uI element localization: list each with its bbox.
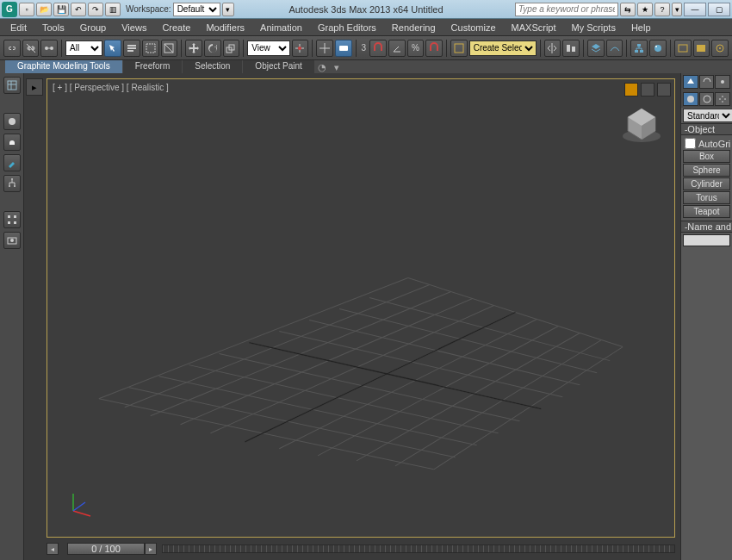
hierarchy-tool-icon[interactable]	[3, 175, 21, 192]
ribbon-tab-objectpaint[interactable]: Object Paint	[243, 60, 313, 74]
render-frame-icon[interactable]	[693, 40, 710, 57]
timeslider-handle[interactable]: 0 / 100	[67, 543, 145, 555]
paint-tool-icon[interactable]	[3, 154, 21, 171]
ribbon-tab-graphite[interactable]: Graphite Modeling Tools	[5, 60, 122, 74]
prim-torus-button[interactable]: Torus	[683, 191, 730, 204]
edit-named-sel-icon[interactable]	[450, 40, 468, 57]
snap-toggle-icon[interactable]	[369, 40, 387, 57]
app-logo-icon[interactable]: G	[2, 2, 17, 17]
ref-coord-select[interactable]: View	[247, 40, 289, 56]
menu-rendering[interactable]: Rendering	[385, 21, 443, 34]
svg-line-51	[159, 376, 477, 445]
viewport-perspective[interactable]: [ + ] [ Perspective ] [ Realistic ]	[47, 78, 675, 538]
layer-manager-icon[interactable]	[587, 40, 605, 57]
ribbon-expand-icon[interactable]: ◔	[315, 60, 329, 74]
manipulate-icon[interactable]	[316, 40, 333, 57]
unlink-icon[interactable]	[22, 40, 40, 57]
prim-sphere-button[interactable]: Sphere	[683, 164, 730, 177]
workspace-select[interactable]: Default	[173, 3, 220, 16]
help-icon[interactable]: ?	[654, 3, 670, 16]
keyboard-shortcut-icon[interactable]	[335, 40, 352, 57]
scene-explorer-icon[interactable]	[3, 77, 21, 94]
teapot-tool-icon[interactable]	[3, 134, 21, 151]
angle-snap-icon[interactable]	[388, 40, 406, 57]
cmd-cat-shapes-icon[interactable]	[699, 92, 715, 106]
open-file-icon[interactable]: 📂	[36, 3, 52, 16]
prim-box-button[interactable]: Box	[683, 150, 730, 163]
prim-teapot-button[interactable]: Teapot	[683, 205, 730, 218]
menu-modifiers[interactable]: Modifiers	[199, 21, 251, 34]
bind-icon[interactable]	[40, 40, 58, 57]
select-by-name-icon[interactable]	[123, 40, 140, 57]
workspace-more-icon[interactable]: ▾	[222, 3, 234, 16]
menu-create[interactable]: Create	[155, 21, 197, 34]
connect-icon[interactable]: ⇆	[620, 3, 636, 16]
rotate-icon[interactable]	[204, 40, 221, 57]
primitive-category-select[interactable]: Standard Primitives	[683, 109, 732, 122]
timeslider-prev-icon[interactable]: ◂	[47, 543, 59, 555]
menu-animation[interactable]: Animation	[253, 21, 309, 34]
undo-icon[interactable]: ↶	[71, 3, 86, 16]
rect-select-icon[interactable]	[142, 40, 159, 57]
help-search-input[interactable]	[515, 3, 618, 16]
cmd-cat-lights-icon[interactable]	[715, 92, 730, 106]
cmd-tab-hierarchy-icon[interactable]	[715, 75, 730, 89]
array-tool-icon[interactable]	[3, 211, 21, 228]
svg-rect-23	[8, 81, 16, 90]
ribbon-tab-selection[interactable]: Selection	[183, 60, 242, 74]
menu-grapheditors[interactable]: Graph Editors	[311, 21, 383, 34]
cmd-tab-create-icon[interactable]	[683, 75, 698, 89]
help-dropdown-icon[interactable]: ▾	[672, 3, 682, 16]
time-slider[interactable]: ◂ 0 / 100 ▸	[47, 541, 675, 557]
move-icon[interactable]	[185, 40, 202, 57]
menu-edit[interactable]: Edit	[3, 21, 34, 34]
schematic-view-icon[interactable]	[630, 40, 648, 57]
render-icon[interactable]	[711, 40, 729, 57]
vp-strip-button[interactable]: ▸	[26, 78, 43, 96]
menu-group[interactable]: Group	[73, 21, 114, 34]
menu-myscripts[interactable]: My Scripts	[565, 21, 623, 34]
svg-line-49	[99, 399, 434, 470]
align-icon[interactable]	[562, 40, 580, 57]
redo-icon[interactable]: ↷	[88, 3, 103, 16]
snapshot-tool-icon[interactable]	[3, 232, 21, 249]
scale-icon[interactable]	[223, 40, 240, 57]
menu-views[interactable]: Views	[115, 21, 153, 34]
window-crossing-icon[interactable]	[161, 40, 178, 57]
material-editor-icon[interactable]	[649, 40, 667, 57]
ribbon-tab-freeform[interactable]: Freeform	[123, 60, 183, 74]
render-setup-icon[interactable]	[674, 40, 692, 57]
menu-tools[interactable]: Tools	[35, 21, 71, 34]
mirror-icon[interactable]	[544, 40, 561, 57]
timeslider-next-icon[interactable]: ▸	[145, 543, 157, 555]
menu-maxscript[interactable]: MAXScript	[505, 21, 563, 34]
named-selection-select[interactable]: Create Selection Se	[469, 40, 537, 56]
link-icon[interactable]	[3, 40, 21, 57]
curve-editor-icon[interactable]	[606, 40, 623, 57]
project-icon[interactable]: ▥	[105, 3, 121, 16]
select-object-icon[interactable]	[104, 40, 121, 57]
sphere-tool-icon[interactable]	[3, 113, 21, 130]
timeslider-track[interactable]	[162, 544, 675, 553]
object-name-input[interactable]	[683, 234, 730, 246]
maximize-button[interactable]: ▢	[708, 3, 730, 16]
new-file-icon[interactable]: ▫	[19, 3, 34, 16]
cmd-tab-modify-icon[interactable]	[699, 75, 715, 89]
prim-cylinder-button[interactable]: Cylinder	[683, 177, 730, 190]
autogrid-checkbox[interactable]: AutoGrid	[683, 137, 730, 150]
menu-customize[interactable]: Customize	[444, 21, 503, 34]
spinner-snap-icon[interactable]	[425, 40, 443, 57]
pivot-icon[interactable]	[292, 40, 309, 57]
selection-filter-select[interactable]: All	[65, 40, 102, 56]
save-file-icon[interactable]: 💾	[53, 3, 69, 16]
rollout-name-color[interactable]: - Name and	[681, 221, 732, 233]
svg-point-33	[10, 239, 14, 242]
ribbon-dropdown-icon[interactable]: ▾	[330, 60, 344, 74]
rollout-object-type[interactable]: - Object	[681, 123, 732, 135]
menu-help[interactable]: Help	[624, 21, 658, 34]
cmd-cat-geometry-icon[interactable]	[683, 92, 698, 106]
favorite-icon[interactable]: ★	[637, 3, 653, 16]
percent-snap-icon[interactable]: %	[407, 40, 425, 57]
axis-gizmo[interactable]	[65, 485, 99, 520]
minimize-button[interactable]: —	[684, 3, 706, 16]
